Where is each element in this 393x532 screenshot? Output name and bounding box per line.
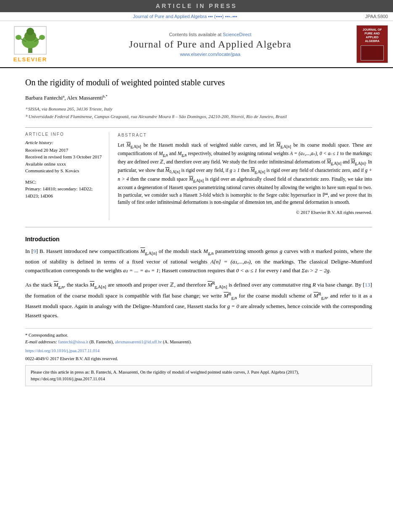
top-bar: Journal of Pure and Applied Algebra ••• … bbox=[0, 12, 393, 21]
ref-13-link[interactable]: 13 bbox=[365, 282, 370, 288]
affiliation-b: ᵇ Universidade Federal Fluminense, Campu… bbox=[25, 113, 372, 121]
author-fantechi: Barbara Fantechi bbox=[25, 95, 63, 101]
authors: Barbara Fantechia, Alex Massarentib,* bbox=[25, 94, 372, 101]
available-online: Available online xxxx bbox=[25, 161, 103, 168]
email-massarenti[interactable]: alexmassarenti1@id.uff.br bbox=[115, 340, 162, 344]
citation-box: Please cite this article in press as: B.… bbox=[25, 365, 372, 386]
introduction-para2: As the stack Mg,n, the stacks Mg,A[n] ar… bbox=[25, 279, 372, 320]
elsevier-tree-icon bbox=[13, 26, 47, 55]
msc-codes: Primary: 14H10; secondary: 14D22; 14D23;… bbox=[25, 185, 103, 199]
doi-link[interactable]: https://doi.org/10.1016/j.jpaa.2017.11.0… bbox=[25, 348, 100, 353]
affiliation-a: ᵃ SISSA, via Bonomea 265, 34136 Trieste,… bbox=[25, 105, 372, 113]
contents-available-line: Contents lists available at ScienceDirec… bbox=[64, 32, 356, 37]
issn-text: 0022-4049/© 2017 Elsevier B.V. All right… bbox=[25, 356, 118, 361]
abstract-label: ABSTRACT bbox=[118, 132, 372, 139]
banner-text: ARTICLE IN PRESS bbox=[156, 3, 237, 9]
svg-point-5 bbox=[16, 35, 21, 40]
article-in-press-banner: ARTICLE IN PRESS bbox=[0, 0, 393, 12]
article-info-column: ARTICLE INFO Article history: Received 2… bbox=[25, 132, 109, 221]
msc-label: MSC: bbox=[25, 179, 103, 186]
abstract-column: ABSTRACT Let Mg,A[n] be the Hassett modu… bbox=[118, 132, 372, 221]
elsevier-logo: ELSEVIER bbox=[5, 26, 55, 63]
divider-2 bbox=[25, 227, 372, 227]
corresponding-author-note: * Corresponding author. bbox=[25, 332, 372, 339]
ref-9-link[interactable]: 9 bbox=[33, 248, 36, 254]
doi-section: https://doi.org/10.1016/j.jpaa.2017.11.0… bbox=[25, 348, 372, 353]
journal-header-center: Contents lists available at ScienceDirec… bbox=[64, 32, 356, 57]
journal-title: Journal of Pure and Applied Algebra bbox=[64, 39, 356, 50]
article-title: On the rigidity of moduli of weighted po… bbox=[25, 76, 372, 88]
author-massarenti: Alex Massarenti bbox=[67, 95, 103, 101]
email-fantechi[interactable]: fantechi@sissa.it bbox=[58, 340, 88, 344]
svg-point-7 bbox=[39, 35, 45, 40]
abstract-text: Let Mg,A[n] be the Hassett moduli stack … bbox=[118, 142, 372, 206]
journal-header: ELSEVIER Contents lists available at Sci… bbox=[0, 21, 393, 68]
introduction-para1: In [9] B. Hassett introduced new compact… bbox=[25, 247, 372, 275]
journal-reference: Journal of Pure and Applied Algebra ••• … bbox=[5, 14, 365, 19]
info-abstract-section: ARTICLE INFO Article history: Received 2… bbox=[25, 132, 372, 221]
communicated-by: Communicated by S. Kovács bbox=[25, 167, 103, 174]
history-label: Article history: bbox=[25, 140, 103, 145]
email-addresses: E-mail addresses: fantechi@sissa.it (B. … bbox=[25, 339, 372, 345]
article-id: JPAA:5800 bbox=[365, 14, 388, 19]
affiliations: ᵃ SISSA, via Bonomea 265, 34136 Trieste,… bbox=[25, 105, 372, 120]
journal-cover-image: JOURNAL OFPURE ANDAPPLIEDALGEBRA bbox=[356, 25, 388, 63]
introduction-heading: Introduction bbox=[25, 236, 372, 242]
elsevier-wordmark: ELSEVIER bbox=[13, 56, 47, 63]
received-revised-date: Received in revised form 3 October 2017 bbox=[25, 153, 103, 161]
received-date: Received 20 May 2017 bbox=[25, 147, 103, 154]
divider-1 bbox=[25, 127, 372, 128]
article-info-label: ARTICLE INFO bbox=[25, 132, 103, 137]
main-content: On the rigidity of moduli of weighted po… bbox=[0, 68, 393, 395]
msc-section: MSC: Primary: 14H10; secondary: 14D22; 1… bbox=[25, 179, 103, 200]
sciencedirect-link[interactable]: ScienceDirect bbox=[223, 32, 251, 37]
issn-line: 0022-4049/© 2017 Elsevier B.V. All right… bbox=[25, 356, 372, 361]
footnote-section: * Corresponding author. E-mail addresses… bbox=[25, 328, 372, 345]
svg-point-3 bbox=[26, 28, 34, 35]
copyright-notice: © 2017 Elsevier B.V. All rights reserved… bbox=[118, 209, 372, 216]
journal-url: www.elsevier.com/locate/jpaa bbox=[64, 52, 356, 57]
citation-text: Please cite this article in press as: B.… bbox=[31, 370, 299, 381]
